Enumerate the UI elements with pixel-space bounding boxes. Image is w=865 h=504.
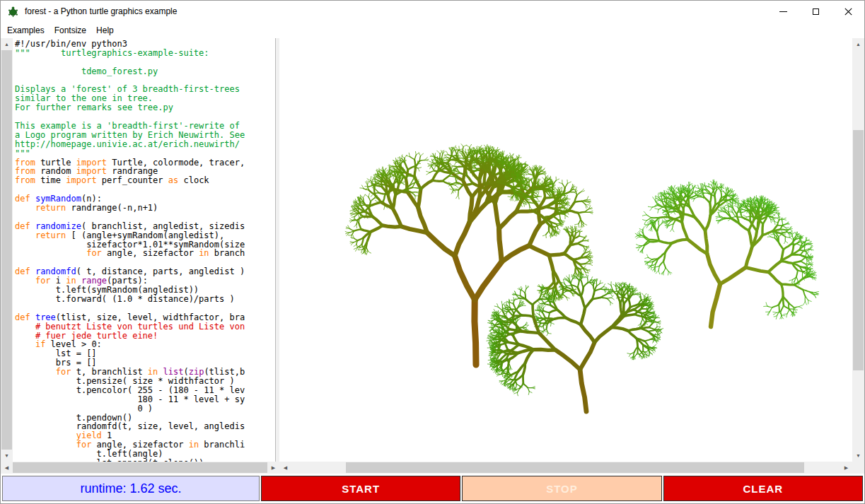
- canvas-horizontal-scrollbar[interactable]: ◀ ▶: [279, 462, 852, 474]
- maximize-button[interactable]: [799, 1, 832, 22]
- turtle-app-icon: [7, 5, 20, 18]
- runtime-label: runtime: 1.62 sec.: [2, 476, 260, 501]
- menu-fontsize[interactable]: Fontsize: [50, 23, 91, 37]
- scroll-right-icon[interactable]: ▶: [267, 462, 279, 474]
- code-vscroll-thumb[interactable]: [1, 50, 12, 450]
- scroll-down-icon[interactable]: ▼: [852, 450, 864, 462]
- window-controls: [767, 1, 864, 22]
- minimize-icon: [779, 11, 787, 12]
- scroll-up-icon[interactable]: ▲: [852, 38, 864, 50]
- canvas-vertical-scrollbar[interactable]: ▲ ▼: [852, 38, 864, 462]
- canvas-vscroll-thumb[interactable]: [853, 130, 864, 370]
- stop-button[interactable]: STOP: [462, 476, 661, 501]
- turtle-drawing[interactable]: [279, 38, 852, 462]
- titlebar: forest - a Python turtle graphics exampl…: [1, 1, 864, 22]
- horizontal-scrollbar-row: ◀ ▶ ◀ ▶: [1, 462, 864, 474]
- control-bar: runtime: 1.62 sec. START STOP CLEAR: [1, 474, 864, 503]
- scroll-up-icon[interactable]: ▲: [1, 38, 13, 50]
- code-horizontal-scrollbar[interactable]: ◀ ▶: [1, 462, 279, 474]
- code-line: return randrange(-n,n+1): [15, 204, 275, 213]
- minimize-button[interactable]: [767, 1, 799, 22]
- code-text: #!/usr/bin/env python3""" turtlegraphics…: [15, 40, 275, 462]
- code-line: http://homepage.univie.ac.at/erich.neuwi…: [15, 140, 275, 149]
- code-line: from time import perf_counter as clock: [15, 176, 275, 185]
- main-area: ▲ ▼ #!/usr/bin/env python3""" turtlegrap…: [1, 38, 864, 462]
- menu-examples[interactable]: Examples: [2, 23, 50, 37]
- scrollbar-corner: [852, 462, 864, 474]
- scroll-right-icon[interactable]: ▶: [840, 462, 852, 474]
- app-window: forest - a Python turtle graphics exampl…: [0, 0, 865, 504]
- code-line: For further remarks see tree.py: [15, 103, 275, 112]
- close-icon: [844, 8, 852, 16]
- clear-button[interactable]: CLEAR: [663, 476, 863, 501]
- code-line: for angle, sizefactor in branch: [15, 249, 275, 258]
- maximize-icon: [813, 8, 819, 15]
- code-hscroll-thumb[interactable]: [13, 462, 267, 473]
- scroll-left-icon[interactable]: ◀: [279, 462, 291, 474]
- close-button[interactable]: [832, 1, 864, 22]
- canvas-hscroll-thumb[interactable]: [346, 462, 804, 473]
- code-line: """ turtlegraphics-example-suite:: [15, 49, 275, 58]
- scroll-down-icon[interactable]: ▼: [1, 450, 13, 462]
- start-button[interactable]: START: [261, 476, 460, 501]
- code-editor[interactable]: #!/usr/bin/env python3""" turtlegraphics…: [13, 38, 276, 462]
- code-line: tdemo_forest.py: [15, 67, 275, 76]
- scroll-left-icon[interactable]: ◀: [1, 462, 13, 474]
- menu-help[interactable]: Help: [91, 23, 119, 37]
- code-vertical-scrollbar[interactable]: ▲ ▼: [1, 38, 13, 462]
- turtle-canvas[interactable]: [279, 38, 852, 462]
- code-line: t.forward( (1.0 * distance)/parts ): [15, 295, 275, 304]
- menubar: Examples Fontsize Help: [1, 22, 864, 38]
- window-title: forest - a Python turtle graphics exampl…: [25, 6, 177, 16]
